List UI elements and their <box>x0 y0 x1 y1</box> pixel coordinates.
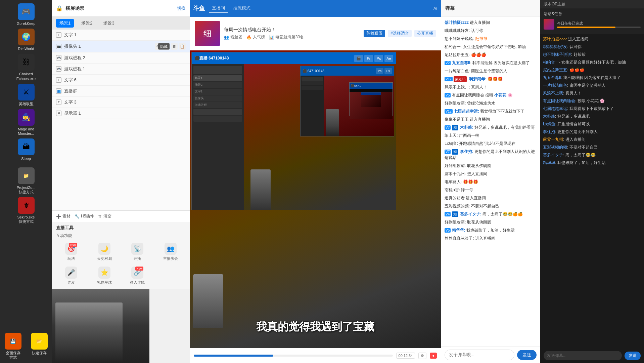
username: 木朴蜂: <box>460 125 473 130</box>
panel-title: 横屏场景 <box>65 5 84 11</box>
chat-msg-12: 像像不是玉玉 进入直播间 <box>445 116 537 122</box>
inner-header-icons: 🎬 Pr Ps Ae <box>354 55 393 62</box>
layer-item-text3[interactable]: T 文字 3 <box>52 97 190 108</box>
scene-tab-1[interactable]: 场景1 <box>56 19 74 28</box>
rank-icon: 📊 <box>269 35 274 40</box>
tool-anchor-icon: 👥 <box>165 243 177 255</box>
bottom-toolbar: ➕ 素材 🔧 H5插件 🗑 清空 <box>52 210 190 222</box>
fr-username: 九五至尊ll <box>543 75 561 80</box>
layer-item-game2[interactable]: 🎮 游戏进程 2 <box>52 52 190 64</box>
fr-msg-2: 想不到妹子说说: 赶帮帮 <box>543 51 641 57</box>
desktop-icon-save[interactable]: 💾 桌面保存方式 <box>1 333 25 360</box>
layer-name: 显示器 1 <box>64 110 81 116</box>
main-person <box>193 274 223 328</box>
fr-msg-7: 风浪不上我: 真男人！ <box>543 90 641 96</box>
mission-text: 今日任务已完成 <box>557 21 641 26</box>
inner-left-panel: 场景1 场景2 文字1 摄像头 游戏进程 <box>192 64 244 210</box>
h5-plugin-btn[interactable]: 🔧 H5插件 <box>75 213 94 219</box>
chat-input[interactable] <box>445 350 514 360</box>
deep-header-icons: Ps Ps <box>376 68 392 74</box>
desktop-icon-7[interactable]: 🗡 Sekiro.exe快捷方式 <box>14 197 38 224</box>
tool-gift-item[interactable]: ⭐ 礼物星球 <box>89 265 120 286</box>
tool-multi-item[interactable]: 🔗 New 多人连线 <box>122 265 153 286</box>
desktop-icon-2[interactable]: ⛓ ChainedEchoes.exe <box>14 54 38 81</box>
v-badge: V5 <box>445 228 451 233</box>
desktop-icon-3[interactable]: ⚔ 英雄联盟 <box>14 84 38 106</box>
desktop-icon-6[interactable]: 📁 ProjectZo...快捷方式 <box>14 167 38 194</box>
chat-msg-6: 一片纯洁白色: 庸医生是个坚强的人 <box>445 68 537 74</box>
far-right-input[interactable]: 发送弹幕... <box>544 351 622 360</box>
chat-msg-9: V5 有点因让我两睡会 投喂 小花花 🌸 <box>445 92 537 98</box>
center-area: 斗鱼 直播间 推流模式 At 细 每周一次情感电台开始！ 👥 粉丝团 🔥 人气榜 <box>190 0 441 363</box>
layer-item-monitor1[interactable]: 🖥 显示器 1 <box>52 108 190 119</box>
tool-anchor-item[interactable]: 👥 主播庆会 <box>155 241 186 263</box>
scene-tab-3[interactable]: 场景3 <box>100 19 118 28</box>
channel-tags: 英雄联盟 #选择适合 公开直播 <box>364 30 436 37</box>
inner-icon-3: Ps <box>374 55 383 62</box>
stream-video-area: ⬛直播 647100148 🎬 Pr Ps Ae 场景1 <box>190 50 441 348</box>
chat-msg-14: 细上天: 广西画一根 <box>445 132 537 138</box>
ctrl-progress-bar[interactable] <box>194 355 393 357</box>
chat-msg-25: V5 精华华: 我也破防了，加油，好生活 <box>445 227 537 233</box>
panel-lock-icon: 🔒 <box>56 5 63 11</box>
panel-switch-btn[interactable]: 切换 <box>177 5 186 11</box>
desktop-icon-1[interactable]: 🌍 RimWorld <box>14 29 38 51</box>
fr-username: 风浪不上我 <box>543 91 563 95</box>
deep-icon-1: Ps <box>376 68 383 74</box>
tool-start-item[interactable]: 📡 开播 <box>122 241 153 263</box>
ctrl-live-btn[interactable]: ● <box>430 353 437 359</box>
layer-item-group[interactable]: 👥 直播群 <box>52 86 190 97</box>
send-button[interactable]: 发送 <box>517 350 537 360</box>
material-btn[interactable]: ➕ 素材 <box>56 213 71 219</box>
v-badge: V7 <box>445 125 451 130</box>
copy-icon[interactable]: 📋 <box>179 43 186 50</box>
layer-type-icon: 📷 <box>56 44 61 49</box>
far-right-header: 版本OP主题 <box>540 0 644 8</box>
tool-play-item[interactable]: 🎯 New 玩法 <box>56 241 87 263</box>
deep-main: ⬛647... <box>324 76 394 136</box>
delete-icon[interactable]: 🗑 <box>171 43 178 50</box>
platform-logo: 斗鱼 <box>193 4 205 12</box>
scene-tab-2[interactable]: 场景2 <box>78 19 96 28</box>
far-right-placeholder: 发送弹幕... <box>547 353 566 359</box>
v-badge: V2 <box>445 61 451 65</box>
clear-btn[interactable]: 🗑 清空 <box>98 213 111 219</box>
desktop-icon-4[interactable]: 🧙 Mage andMonster... <box>14 109 38 136</box>
chat-msg-20: 南稳ο雷: 降一每 <box>445 187 537 193</box>
fr-msg-6: 一片纯洁白色: 庸医生是个坚强的人 <box>543 82 641 88</box>
fr-username: 落叶拍摄zzzz <box>543 37 567 41</box>
layer-item-text6[interactable]: T 文字 6 <box>52 75 190 86</box>
username: 小花花 <box>494 93 506 97</box>
chat-panel: 弹幕 落叶拍摄zzzz 进入直播间 哦哦哦哦好发: 认可你 想不到妹子说说: 赶… <box>441 0 540 363</box>
tool-mic-label: 连麦 <box>67 280 75 285</box>
fr-msg-10: 木朴蜂: 好兄弟，多说说吧 <box>543 113 641 119</box>
desktop-icon-quick-save[interactable]: 📂 快速保存 <box>28 333 51 360</box>
layer-item-camera1[interactable]: 📷 摄像头 1 👁 🔒 🗑 📋 隐藏 <box>52 41 190 52</box>
channel-avatar-text: 细 <box>203 28 212 39</box>
deepest-inner-header <box>361 92 381 95</box>
plugin-icon: 🔧 <box>75 214 80 219</box>
layer-item-game1[interactable]: 🎮 游戏进程 1 <box>52 64 190 75</box>
nav-item-broadcast[interactable]: 直播间 <box>209 4 228 13</box>
tool-tianjing-item[interactable]: 🌙 天竞对划 <box>89 241 120 263</box>
layer-item-text1[interactable]: T 文字 1 <box>52 30 190 41</box>
mission-info: 今日任务已完成 <box>557 21 641 28</box>
far-right-send-btn[interactable]: 发送 <box>625 352 641 360</box>
desktop-icon-0[interactable]: 🎮 GorekKeep <box>14 3 38 26</box>
desktop-icon-5[interactable]: 🏔 Steep <box>14 138 38 161</box>
ctrl-settings[interactable]: ⚙ <box>418 353 426 359</box>
nav-item-setting[interactable]: 推流模式 <box>230 4 253 13</box>
username: 落叶拍摄zzzz <box>445 20 469 25</box>
chat-msg-23: V4 潮 慕多イタチ: 痛，太痛了😂😂🍊🍊 <box>445 211 537 217</box>
v-badge: V7 <box>445 150 451 154</box>
panel-header: 🔒 横屏场景 切换 <box>52 0 190 17</box>
v-badge: V17 <box>445 77 453 81</box>
tool-mic-item[interactable]: 🎤 连麦 <box>56 265 87 286</box>
tool-tianjing-icon: 🌙 <box>98 243 110 255</box>
tool-mic-icon: 🎤 <box>65 267 77 279</box>
channel-stats: 👥 粉丝团 🔥 人气榜 📊 电竞航海第33名 <box>224 34 360 40</box>
fr-msg-16: 精华华: 我也破防了，加油，好生活 <box>543 160 641 166</box>
username: 九五至尊ll <box>452 61 470 65</box>
fr-username: 木朴蜂 <box>543 114 555 119</box>
chat-msg-3: 柏约合一- 女生还是会带领你好好下去吧, 加油 <box>445 44 537 50</box>
